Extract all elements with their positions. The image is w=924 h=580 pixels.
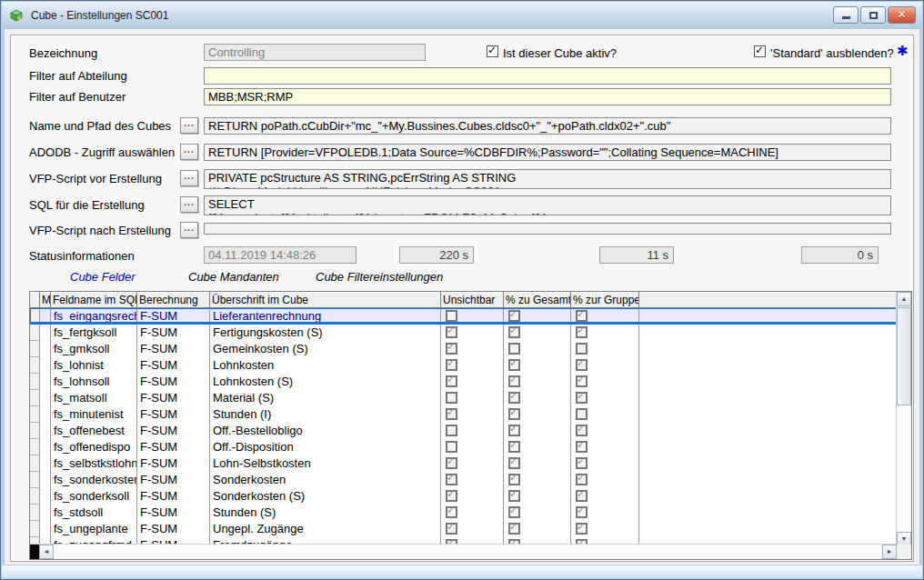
pct-gesamt-checkbox[interactable] [508, 326, 520, 338]
vertical-scrollbar[interactable]: ▲ ▼ [896, 292, 911, 546]
bezeichnung-field[interactable]: Controlling [204, 44, 426, 61]
berechnung-cell[interactable]: F-SUM [137, 308, 210, 325]
pct-gesamt-checkbox[interactable] [508, 310, 520, 322]
unsichtbar-checkbox[interactable] [446, 457, 457, 469]
berechnung-cell[interactable]: F-SUM [137, 325, 210, 341]
unsichtbar-checkbox[interactable] [446, 425, 457, 436]
vfp-vor-field[interactable]: PRIVATE pcStructure AS STRING,pcErrStrin… [204, 169, 891, 189]
pct-gesamt-checkbox[interactable] [508, 474, 520, 485]
pct-gruppe-checkbox[interactable] [576, 359, 588, 371]
tab-cube-felder[interactable]: Cube Felder [70, 270, 136, 284]
feldname-cell[interactable]: fs_ungeplante [51, 521, 137, 537]
scroll-right-icon[interactable]: ► [882, 545, 897, 559]
berechnung-cell[interactable]: F-SUM [137, 488, 210, 505]
table-row[interactable]: fs_sonderksollF-SUMSonderkosten (S) [30, 488, 897, 505]
scroll-up-icon[interactable]: ▲ [897, 292, 911, 306]
filter-benutzer-field[interactable]: MBB;MSR;RMP [204, 88, 891, 105]
table-row[interactable]: fs_minutenistF-SUMStunden (I) [30, 406, 897, 423]
unsichtbar-checkbox[interactable] [446, 506, 457, 518]
header-pct-gruppe[interactable]: % zur Gruppe [571, 292, 639, 308]
ueberschrift-cell[interactable]: Gemeinkosten (S) [210, 341, 441, 357]
ueberschrift-cell[interactable]: Off.-Bestellobligo [210, 423, 441, 439]
berechnung-cell[interactable]: F-SUM [137, 505, 210, 521]
pct-gesamt-checkbox[interactable] [508, 457, 520, 469]
berechnung-cell[interactable]: F-SUM [137, 423, 210, 439]
feldname-cell[interactable]: fs_selbstkstlohn [51, 455, 137, 472]
horizontal-scrollbar[interactable]: ◄ ► [30, 544, 897, 559]
pct-gesamt-checkbox[interactable] [508, 392, 520, 404]
header-pct-gesamt[interactable]: % zu Gesamt [504, 292, 571, 308]
row-selector-cell[interactable] [30, 488, 40, 505]
pct-gruppe-checkbox[interactable] [576, 474, 588, 485]
feldname-cell[interactable]: fs_sonderksoll [51, 488, 137, 505]
standard-ausblenden-checkbox[interactable] [754, 45, 766, 57]
cube-pfad-field[interactable]: RETURN poPath.cCubDir+"mc_"+My.Bussines.… [204, 117, 891, 135]
titlebar[interactable]: Cube - Einstellungen SC001 ✕ [2, 2, 922, 29]
filter-abteilung-field[interactable] [204, 67, 891, 85]
sql-field[interactable]: SELECT f01.mandant, f01.abteilung, f01.b… [204, 195, 891, 215]
table-row[interactable]: fs_gmksollF-SUMGemeinkosten (S) [30, 341, 897, 357]
table-row[interactable]: fs_lohnsollF-SUMLohnkosten (S) [30, 374, 897, 390]
row-selector-cell[interactable] [30, 406, 40, 423]
ueberschrift-cell[interactable]: Ungepl. Zugänge [210, 521, 441, 537]
berechnung-cell[interactable]: F-SUM [137, 455, 210, 472]
feldname-cell[interactable]: fs_sonderkosten [51, 472, 137, 488]
table-row[interactable]: fs_fertgksollF-SUMFertigungskosten (S) [30, 325, 897, 341]
pct-gesamt-checkbox[interactable] [508, 425, 520, 436]
pct-gesamt-checkbox[interactable] [508, 441, 520, 453]
row-selector-cell[interactable] [30, 439, 40, 455]
adodb-field[interactable]: RETURN [Provider=VFPOLEDB.1;Data Source=… [204, 144, 891, 161]
table-row[interactable]: fs_eingangsrechnuF-SUMLieferantenrechnun… [30, 308, 897, 325]
unsichtbar-checkbox[interactable] [446, 392, 457, 404]
unsichtbar-checkbox[interactable] [446, 474, 457, 485]
scroll-left-icon[interactable]: ◄ [39, 545, 54, 559]
minimize-button[interactable] [833, 6, 859, 24]
ueberschrift-cell[interactable]: Sonderkosten (S) [210, 488, 441, 505]
ueberschrift-cell[interactable]: Stunden (S) [210, 505, 441, 521]
pct-gesamt-checkbox[interactable] [508, 375, 520, 387]
berechnung-cell[interactable]: F-SUM [137, 439, 210, 455]
sql-ellipsis-button[interactable]: ... [180, 196, 198, 213]
ueberschrift-cell[interactable]: Material (S) [210, 390, 441, 406]
feldname-cell[interactable]: fs_lohnsoll [51, 374, 137, 390]
table-row[interactable]: fs_stdsollF-SUMStunden (S) [30, 505, 897, 521]
feldname-cell[interactable]: fs_offenedispo [51, 439, 137, 455]
unsichtbar-checkbox[interactable] [446, 408, 457, 420]
vfp-nach-field[interactable] [204, 223, 891, 235]
berechnung-cell[interactable]: F-SUM [137, 406, 210, 423]
maximize-button[interactable] [860, 6, 886, 24]
header-unsichtbar[interactable]: Unsichtbar [441, 292, 504, 308]
unsichtbar-checkbox[interactable] [446, 343, 457, 355]
pct-gruppe-checkbox[interactable] [576, 441, 588, 453]
ueberschrift-cell[interactable]: Sonderkosten [210, 472, 441, 488]
vfp-vor-ellipsis-button[interactable]: ... [180, 170, 198, 186]
header-feldname[interactable]: Feldname im SQL [51, 292, 137, 308]
cube-aktiv-checkbox[interactable] [487, 45, 498, 57]
row-selector-cell[interactable] [30, 505, 40, 521]
row-selector-cell[interactable] [30, 455, 40, 472]
header-ueberschrift[interactable]: Überschrift im Cube [210, 292, 441, 308]
feldname-cell[interactable]: fs_eingangsrechnu [51, 308, 137, 325]
row-selector-cell[interactable] [30, 357, 40, 374]
pct-gesamt-checkbox[interactable] [508, 523, 520, 535]
ueberschrift-cell[interactable]: Off.-Disposition [210, 439, 441, 455]
pct-gesamt-checkbox[interactable] [508, 359, 520, 371]
pct-gruppe-checkbox[interactable] [576, 523, 588, 535]
table-row[interactable]: fs_selbstkstlohnF-SUMLohn-Selbstkosten [30, 455, 897, 472]
unsichtbar-checkbox[interactable] [446, 523, 457, 535]
row-selector-cell[interactable] [30, 341, 40, 357]
unsichtbar-checkbox[interactable] [446, 326, 457, 338]
row-selector-cell[interactable] [30, 325, 40, 341]
ueberschrift-cell[interactable]: Lieferantenrechnung [210, 308, 441, 325]
pct-gesamt-checkbox[interactable] [508, 343, 520, 355]
unsichtbar-checkbox[interactable] [446, 441, 457, 453]
ueberschrift-cell[interactable]: Lohnkosten (S) [210, 374, 441, 390]
pct-gesamt-checkbox[interactable] [508, 490, 520, 502]
unsichtbar-checkbox[interactable] [446, 375, 457, 387]
feldname-cell[interactable]: fs_fertgksoll [51, 325, 137, 341]
feldname-cell[interactable]: fs_minutenist [51, 406, 137, 423]
berechnung-cell[interactable]: F-SUM [137, 374, 210, 390]
feldname-cell[interactable]: fs_lohnist [51, 357, 137, 374]
tab-cube-filtereinstellungen[interactable]: Cube Filtereinstellungen [316, 270, 443, 284]
pct-gruppe-checkbox[interactable] [576, 310, 588, 322]
